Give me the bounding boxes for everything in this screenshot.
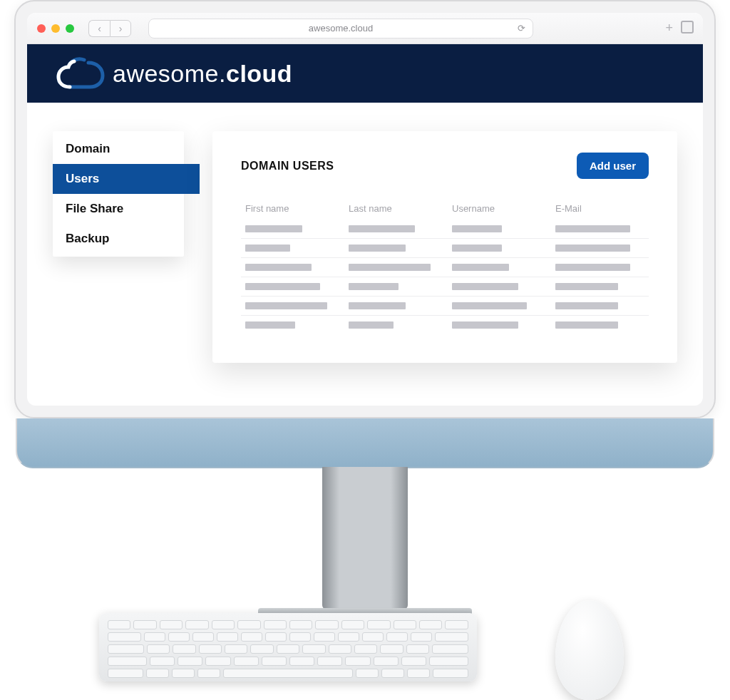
- sidebar-item-file-share[interactable]: File Share: [53, 194, 184, 224]
- skeleton-placeholder: [349, 225, 415, 232]
- skeleton-placeholder: [349, 245, 406, 252]
- skeleton-placeholder: [555, 225, 630, 232]
- skeleton-placeholder: [452, 283, 518, 290]
- skeleton-placeholder: [245, 225, 302, 232]
- skeleton-placeholder: [245, 245, 290, 252]
- chevron-right-icon: ›: [119, 23, 123, 34]
- brand-logo: awesome.cloud: [56, 56, 292, 91]
- table-cell: [245, 302, 334, 309]
- monitor-stand: [322, 467, 408, 609]
- users-panel: DOMAIN USERS Add user First nameLast nam…: [212, 131, 677, 363]
- skeleton-placeholder: [555, 302, 618, 309]
- window-controls: [37, 24, 74, 33]
- users-table: First nameLast nameUsernameE-Mail: [241, 197, 649, 334]
- back-button[interactable]: ‹: [88, 20, 110, 37]
- skeleton-placeholder: [452, 264, 509, 271]
- table-cell: [245, 264, 334, 271]
- skeleton-placeholder: [349, 283, 399, 290]
- sidebar-item-users[interactable]: Users: [53, 164, 200, 194]
- table-cell: [555, 302, 644, 309]
- browser-toolbar-right: [665, 21, 693, 36]
- screen: ‹ › awesome.cloud ⟳: [27, 13, 703, 406]
- skeleton-placeholder: [245, 283, 320, 290]
- table-row[interactable]: [241, 220, 649, 239]
- skeleton-placeholder: [349, 321, 394, 329]
- skeleton-placeholder: [245, 302, 327, 309]
- skeleton-placeholder: [349, 302, 406, 309]
- column-header: Username: [452, 203, 541, 214]
- table-row[interactable]: [241, 277, 649, 297]
- browser-nav: ‹ ›: [88, 20, 131, 37]
- skeleton-placeholder: [555, 283, 618, 290]
- mouse: [555, 600, 624, 700]
- table-cell: [349, 283, 438, 290]
- table-cell: [245, 283, 334, 290]
- table-cell: [452, 321, 541, 329]
- skeleton-placeholder: [349, 264, 431, 271]
- keyboard: [99, 613, 477, 681]
- table-cell: [555, 225, 644, 232]
- refresh-icon[interactable]: ⟳: [518, 23, 525, 34]
- app-header: awesome.cloud: [27, 44, 703, 103]
- table-cell: [452, 302, 541, 309]
- sidebar-item-domain[interactable]: Domain: [53, 134, 184, 164]
- table-row[interactable]: [241, 316, 649, 334]
- sidebar-item-backup[interactable]: Backup: [53, 224, 184, 254]
- panel-header: DOMAIN USERS Add user: [241, 153, 649, 179]
- table-cell: [555, 283, 644, 290]
- skeleton-placeholder: [452, 225, 502, 232]
- table-cell: [349, 245, 438, 252]
- panel-title: DOMAIN USERS: [241, 160, 334, 173]
- table-row[interactable]: [241, 258, 649, 277]
- column-header: First name: [245, 203, 334, 214]
- skeleton-placeholder: [245, 321, 295, 329]
- table-cell: [349, 302, 438, 309]
- cloud-icon: [56, 56, 107, 91]
- table-body: [241, 220, 649, 334]
- address-bar[interactable]: awesome.cloud ⟳: [148, 19, 533, 38]
- column-header: Last name: [349, 203, 438, 214]
- forward-button[interactable]: ›: [110, 20, 131, 37]
- table-header: First nameLast nameUsernameE-Mail: [241, 197, 649, 220]
- skeleton-placeholder: [555, 321, 618, 329]
- table-cell: [349, 321, 438, 329]
- table-cell: [452, 264, 541, 271]
- show-tabs-icon[interactable]: [683, 23, 693, 33]
- table-cell: [349, 225, 438, 232]
- brand-text: awesome.cloud: [113, 60, 292, 88]
- table-cell: [349, 264, 438, 271]
- monitor-mockup: ‹ › awesome.cloud ⟳: [14, 0, 716, 654]
- content-area: DomainUsersFile ShareBackup DOMAIN USERS…: [27, 103, 703, 406]
- table-cell: [452, 225, 541, 232]
- table-row[interactable]: [241, 297, 649, 316]
- skeleton-placeholder: [452, 302, 527, 309]
- monitor-bezel: ‹ › awesome.cloud ⟳: [14, 0, 716, 418]
- table-cell: [452, 283, 541, 290]
- new-tab-icon[interactable]: [665, 21, 673, 36]
- maximize-window-icon[interactable]: [66, 24, 74, 33]
- column-header: E-Mail: [555, 203, 644, 214]
- chevron-left-icon: ‹: [98, 23, 101, 34]
- monitor-chin: [16, 418, 714, 468]
- table-cell: [245, 245, 334, 252]
- table-cell: [245, 321, 334, 329]
- skeleton-placeholder: [555, 264, 630, 271]
- add-user-button[interactable]: Add user: [577, 153, 649, 179]
- skeleton-placeholder: [452, 245, 502, 252]
- table-cell: [555, 264, 644, 271]
- brand-text-bold: cloud: [226, 60, 292, 87]
- table-row[interactable]: [241, 239, 649, 258]
- table-cell: [555, 245, 644, 252]
- skeleton-placeholder: [555, 245, 630, 252]
- skeleton-placeholder: [452, 321, 518, 329]
- table-cell: [245, 225, 334, 232]
- skeleton-placeholder: [245, 264, 312, 271]
- sidebar: DomainUsersFile ShareBackup: [53, 131, 184, 257]
- close-window-icon[interactable]: [37, 24, 46, 33]
- table-cell: [555, 321, 644, 329]
- desk-peripherals: [0, 613, 730, 700]
- browser-chrome: ‹ › awesome.cloud ⟳: [27, 13, 703, 44]
- url-text: awesome.cloud: [309, 23, 373, 34]
- table-cell: [452, 245, 541, 252]
- minimize-window-icon[interactable]: [51, 24, 60, 33]
